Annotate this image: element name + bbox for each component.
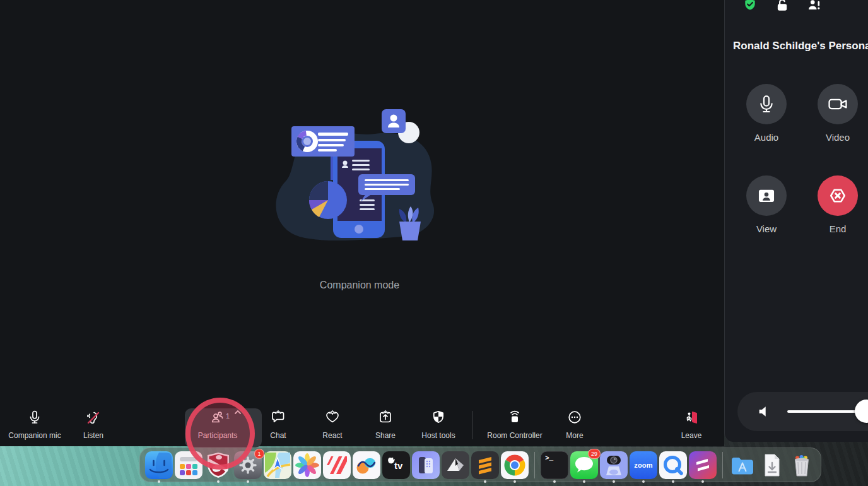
meeting-title: Ronald Schildge's Personal Meeting Room <box>733 40 868 52</box>
leave-label: Leave <box>647 431 736 440</box>
listen-muted-icon <box>85 410 102 426</box>
audio-button[interactable]: Audio <box>735 84 798 143</box>
participants-count: 1 <box>226 412 230 420</box>
zoom-app-label: zoom <box>630 451 657 479</box>
dock-trash-icon[interactable] <box>788 451 816 479</box>
dock-system-settings-icon[interactable]: 1 <box>234 451 262 479</box>
dock-camera-app-icon[interactable] <box>600 451 628 479</box>
speaker-icon <box>756 403 774 420</box>
dock-divider <box>534 452 535 478</box>
video-button[interactable]: Video <box>806 84 868 143</box>
listen-label: Listen <box>49 431 138 440</box>
more-button[interactable]: More <box>531 410 619 440</box>
end-label: End <box>806 223 868 234</box>
macos-dock: 1 tv >_ 29 <box>139 447 821 482</box>
listen-button[interactable]: Listen <box>49 410 138 440</box>
more-ellipsis-icon <box>567 410 582 425</box>
end-meeting-button[interactable]: End <box>806 175 868 234</box>
meeting-control-panel: Ronald Schildge's Personal Meeting Room … <box>724 0 868 442</box>
apple-tv-label: tv <box>394 460 403 471</box>
dock-chrome-icon[interactable] <box>501 451 529 479</box>
dock-freeform-icon[interactable] <box>353 451 380 479</box>
companion-mode-label: Companion mode <box>265 280 454 291</box>
room-controller-icon <box>507 410 522 425</box>
meeting-main-area: Companion mode Companion mic Listen 1 Pa… <box>0 0 724 446</box>
view-label: View <box>735 223 798 234</box>
dock-terminal-icon[interactable]: >_ <box>541 451 568 479</box>
dock-sublime-text-icon[interactable] <box>471 451 499 479</box>
dock-stripes-app-icon[interactable] <box>689 451 717 479</box>
leave-button[interactable]: Leave <box>647 410 736 440</box>
dock-downloads-icon[interactable] <box>758 451 786 479</box>
dock-divider <box>722 452 723 478</box>
host-tools-label: Host tools <box>394 431 483 440</box>
settings-badge: 1 <box>254 449 264 459</box>
dock-quicktime-icon[interactable] <box>659 451 687 479</box>
dock-news-icon[interactable] <box>323 451 351 479</box>
end-hexagon-x-icon <box>827 185 848 206</box>
dock-maps-icon[interactable] <box>264 451 291 479</box>
messages-badge: 29 <box>588 449 601 459</box>
meeting-status-row <box>743 0 821 13</box>
dock-applications-folder-icon[interactable] <box>729 451 756 479</box>
share-chevron-up-icon[interactable] <box>382 410 389 415</box>
video-label: Video <box>806 132 868 143</box>
view-layout-icon <box>756 185 777 206</box>
volume-slider[interactable] <box>737 392 868 431</box>
view-button[interactable]: View <box>735 175 798 234</box>
companion-mode-illustration <box>265 101 454 264</box>
dock-finder-icon[interactable] <box>145 451 173 479</box>
shield-icon <box>431 410 446 425</box>
dock-launchpad-icon[interactable] <box>175 451 202 479</box>
leave-door-icon <box>684 410 699 425</box>
audio-label: Audio <box>735 132 798 143</box>
dock-zoom-rooms-icon[interactable]: zoom <box>630 451 657 479</box>
volume-thumb[interactable] <box>855 400 868 423</box>
security-shield-check-icon[interactable] <box>743 0 757 13</box>
chat-chevron-up-icon[interactable] <box>275 410 282 415</box>
person-alert-icon <box>807 0 821 13</box>
participants-icon <box>210 410 225 425</box>
dock-iphone-mirroring-icon[interactable] <box>412 451 440 479</box>
more-label: More <box>531 431 619 440</box>
microphone-icon <box>27 410 42 425</box>
lock-open-icon <box>775 0 789 13</box>
react-chevron-up-icon[interactable] <box>329 410 336 415</box>
dock-crest-app-icon[interactable] <box>204 451 232 479</box>
terminal-prompt: >_ <box>545 454 553 462</box>
dock-photos-icon[interactable] <box>293 451 321 479</box>
dock-messages-icon[interactable]: 29 <box>570 451 598 479</box>
host-tools-button[interactable]: Host tools <box>394 410 483 440</box>
video-camera-icon <box>827 93 848 115</box>
dock-origami-app-icon[interactable] <box>442 451 469 479</box>
dock-apple-tv-icon[interactable]: tv <box>382 451 410 479</box>
microphone-icon <box>756 94 777 114</box>
